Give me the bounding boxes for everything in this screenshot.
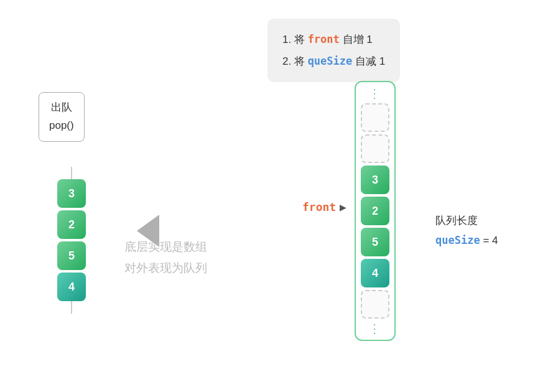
top-line xyxy=(71,167,72,179)
array-border: ⋮ 3 2 5 4 ⋮ xyxy=(355,81,396,341)
main-column: ⋮ 3 2 5 4 ⋮ xyxy=(355,81,396,341)
empty-cell-2 xyxy=(361,134,389,163)
main-cell-4: 4 xyxy=(361,259,389,287)
line1-highlight: front xyxy=(308,33,340,45)
pop-label: 出队 pop() xyxy=(39,92,85,142)
empty-cell-1 xyxy=(361,103,389,132)
left-cells: 3 2 5 4 xyxy=(57,179,86,301)
line2-prefix: 2. 将 xyxy=(282,55,308,67)
center-text: 底层实现是数组 对外表现为队列 xyxy=(124,236,207,279)
empty-cell-3 xyxy=(361,290,389,319)
left-cell-3: 3 xyxy=(57,179,86,208)
line1-suffix: 自增 1 xyxy=(340,34,373,45)
center-text-line1: 底层实现是数组 xyxy=(124,236,207,258)
line1-prefix: 1. 将 xyxy=(282,34,308,45)
front-label: front ▶ xyxy=(302,200,346,213)
left-cell-4: 4 xyxy=(57,273,86,301)
dots-top: ⋮ xyxy=(368,87,382,100)
queue-size: 队列长度 queSize = 4 xyxy=(435,212,498,250)
info-box: 1. 将 front 自增 1 2. 将 queSize 自减 1 xyxy=(267,19,400,82)
left-cell-5: 5 xyxy=(57,241,86,270)
queue-size-var: queSize xyxy=(435,234,480,246)
queue-size-value: queSize = 4 xyxy=(435,231,498,251)
info-line1: 1. 将 front 自增 1 xyxy=(282,29,385,50)
left-cell-2: 2 xyxy=(57,210,86,239)
pop-label-line1: 出队 xyxy=(49,99,74,117)
front-text: front xyxy=(302,200,336,213)
pop-label-line2: pop() xyxy=(49,117,74,135)
queue-size-equals: = 4 xyxy=(480,235,498,246)
center-text-line2: 对外表现为队列 xyxy=(124,258,207,279)
main-cell-3: 3 xyxy=(361,166,389,194)
dots-bottom: ⋮ xyxy=(368,322,382,335)
bottom-line xyxy=(71,301,72,314)
main-cell-2: 2 xyxy=(361,197,389,225)
line2-highlight: queSize xyxy=(308,55,353,67)
front-arrow-icon: ▶ xyxy=(340,202,346,212)
info-line2: 2. 将 queSize 自减 1 xyxy=(282,50,385,72)
main-cell-5: 5 xyxy=(361,228,389,256)
queue-size-label: 队列长度 xyxy=(435,212,498,231)
left-column: 3 2 5 4 xyxy=(57,167,86,314)
line2-suffix: 自减 1 xyxy=(352,55,385,67)
